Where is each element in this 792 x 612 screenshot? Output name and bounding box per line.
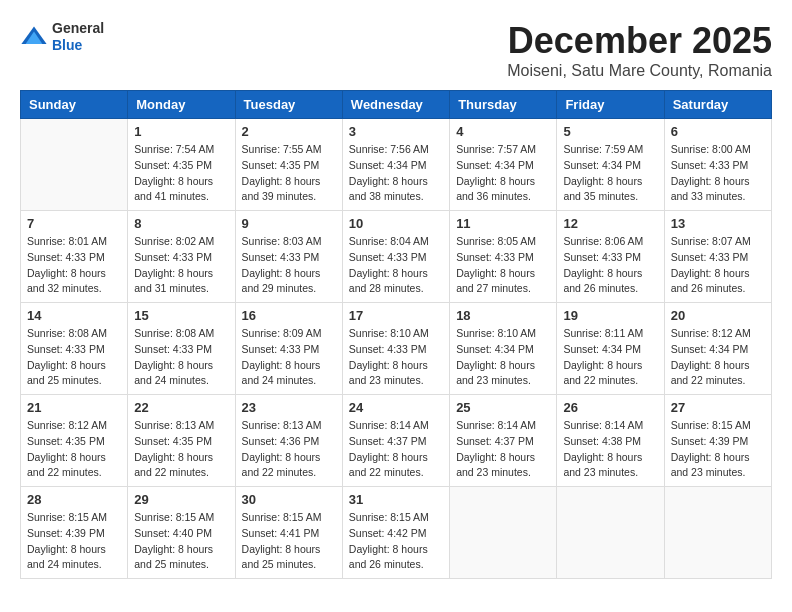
week-row-1: 1Sunrise: 7:54 AMSunset: 4:35 PMDaylight… [21, 119, 772, 211]
day-info: Sunrise: 8:06 AMSunset: 4:33 PMDaylight:… [563, 234, 657, 297]
title-area: December 2025 Moiseni, Satu Mare County,… [507, 20, 772, 80]
day-info: Sunrise: 8:15 AMSunset: 4:41 PMDaylight:… [242, 510, 336, 573]
day-info: Sunrise: 8:10 AMSunset: 4:33 PMDaylight:… [349, 326, 443, 389]
day-info: Sunrise: 8:10 AMSunset: 4:34 PMDaylight:… [456, 326, 550, 389]
day-number: 13 [671, 216, 765, 231]
week-row-5: 28Sunrise: 8:15 AMSunset: 4:39 PMDayligh… [21, 487, 772, 579]
day-info: Sunrise: 8:00 AMSunset: 4:33 PMDaylight:… [671, 142, 765, 205]
day-info: Sunrise: 8:12 AMSunset: 4:35 PMDaylight:… [27, 418, 121, 481]
day-info: Sunrise: 8:09 AMSunset: 4:33 PMDaylight:… [242, 326, 336, 389]
day-number: 26 [563, 400, 657, 415]
logo: General Blue [20, 20, 104, 54]
calendar-cell: 29Sunrise: 8:15 AMSunset: 4:40 PMDayligh… [128, 487, 235, 579]
day-info: Sunrise: 8:02 AMSunset: 4:33 PMDaylight:… [134, 234, 228, 297]
calendar-header-row: SundayMondayTuesdayWednesdayThursdayFrid… [21, 91, 772, 119]
calendar-cell: 25Sunrise: 8:14 AMSunset: 4:37 PMDayligh… [450, 395, 557, 487]
day-number: 23 [242, 400, 336, 415]
day-info: Sunrise: 7:55 AMSunset: 4:35 PMDaylight:… [242, 142, 336, 205]
day-info: Sunrise: 8:15 AMSunset: 4:40 PMDaylight:… [134, 510, 228, 573]
calendar-cell: 11Sunrise: 8:05 AMSunset: 4:33 PMDayligh… [450, 211, 557, 303]
day-info: Sunrise: 7:59 AMSunset: 4:34 PMDaylight:… [563, 142, 657, 205]
day-number: 28 [27, 492, 121, 507]
calendar-cell: 8Sunrise: 8:02 AMSunset: 4:33 PMDaylight… [128, 211, 235, 303]
day-info: Sunrise: 8:14 AMSunset: 4:37 PMDaylight:… [456, 418, 550, 481]
logo-icon [20, 23, 48, 51]
col-header-sunday: Sunday [21, 91, 128, 119]
day-info: Sunrise: 8:04 AMSunset: 4:33 PMDaylight:… [349, 234, 443, 297]
day-info: Sunrise: 8:15 AMSunset: 4:39 PMDaylight:… [671, 418, 765, 481]
calendar-cell: 13Sunrise: 8:07 AMSunset: 4:33 PMDayligh… [664, 211, 771, 303]
logo-general-text: General [52, 20, 104, 37]
logo-blue-text: Blue [52, 37, 104, 54]
week-row-3: 14Sunrise: 8:08 AMSunset: 4:33 PMDayligh… [21, 303, 772, 395]
day-info: Sunrise: 8:08 AMSunset: 4:33 PMDaylight:… [27, 326, 121, 389]
day-number: 10 [349, 216, 443, 231]
week-row-4: 21Sunrise: 8:12 AMSunset: 4:35 PMDayligh… [21, 395, 772, 487]
day-info: Sunrise: 8:14 AMSunset: 4:37 PMDaylight:… [349, 418, 443, 481]
calendar-table: SundayMondayTuesdayWednesdayThursdayFrid… [20, 90, 772, 579]
day-info: Sunrise: 7:54 AMSunset: 4:35 PMDaylight:… [134, 142, 228, 205]
calendar-cell: 3Sunrise: 7:56 AMSunset: 4:34 PMDaylight… [342, 119, 449, 211]
calendar-cell: 7Sunrise: 8:01 AMSunset: 4:33 PMDaylight… [21, 211, 128, 303]
day-number: 11 [456, 216, 550, 231]
calendar-cell [557, 487, 664, 579]
calendar-cell: 5Sunrise: 7:59 AMSunset: 4:34 PMDaylight… [557, 119, 664, 211]
calendar-cell: 14Sunrise: 8:08 AMSunset: 4:33 PMDayligh… [21, 303, 128, 395]
day-number: 29 [134, 492, 228, 507]
col-header-saturday: Saturday [664, 91, 771, 119]
col-header-friday: Friday [557, 91, 664, 119]
calendar-cell: 1Sunrise: 7:54 AMSunset: 4:35 PMDaylight… [128, 119, 235, 211]
day-number: 21 [27, 400, 121, 415]
day-number: 4 [456, 124, 550, 139]
day-number: 8 [134, 216, 228, 231]
calendar-cell: 19Sunrise: 8:11 AMSunset: 4:34 PMDayligh… [557, 303, 664, 395]
day-number: 30 [242, 492, 336, 507]
day-info: Sunrise: 8:08 AMSunset: 4:33 PMDaylight:… [134, 326, 228, 389]
calendar-cell: 20Sunrise: 8:12 AMSunset: 4:34 PMDayligh… [664, 303, 771, 395]
calendar-cell: 31Sunrise: 8:15 AMSunset: 4:42 PMDayligh… [342, 487, 449, 579]
location-title: Moiseni, Satu Mare County, Romania [507, 62, 772, 80]
calendar-cell: 4Sunrise: 7:57 AMSunset: 4:34 PMDaylight… [450, 119, 557, 211]
day-info: Sunrise: 8:15 AMSunset: 4:39 PMDaylight:… [27, 510, 121, 573]
calendar-cell: 18Sunrise: 8:10 AMSunset: 4:34 PMDayligh… [450, 303, 557, 395]
day-number: 31 [349, 492, 443, 507]
calendar-cell: 16Sunrise: 8:09 AMSunset: 4:33 PMDayligh… [235, 303, 342, 395]
day-number: 17 [349, 308, 443, 323]
calendar-cell: 23Sunrise: 8:13 AMSunset: 4:36 PMDayligh… [235, 395, 342, 487]
calendar-cell: 21Sunrise: 8:12 AMSunset: 4:35 PMDayligh… [21, 395, 128, 487]
month-title: December 2025 [507, 20, 772, 62]
day-number: 27 [671, 400, 765, 415]
calendar-cell: 28Sunrise: 8:15 AMSunset: 4:39 PMDayligh… [21, 487, 128, 579]
calendar-cell: 27Sunrise: 8:15 AMSunset: 4:39 PMDayligh… [664, 395, 771, 487]
day-number: 5 [563, 124, 657, 139]
day-info: Sunrise: 8:14 AMSunset: 4:38 PMDaylight:… [563, 418, 657, 481]
calendar-cell: 24Sunrise: 8:14 AMSunset: 4:37 PMDayligh… [342, 395, 449, 487]
day-number: 12 [563, 216, 657, 231]
day-number: 24 [349, 400, 443, 415]
day-info: Sunrise: 8:03 AMSunset: 4:33 PMDaylight:… [242, 234, 336, 297]
day-number: 20 [671, 308, 765, 323]
day-info: Sunrise: 8:13 AMSunset: 4:36 PMDaylight:… [242, 418, 336, 481]
calendar-cell: 30Sunrise: 8:15 AMSunset: 4:41 PMDayligh… [235, 487, 342, 579]
day-number: 6 [671, 124, 765, 139]
calendar-cell: 15Sunrise: 8:08 AMSunset: 4:33 PMDayligh… [128, 303, 235, 395]
day-info: Sunrise: 8:07 AMSunset: 4:33 PMDaylight:… [671, 234, 765, 297]
day-number: 22 [134, 400, 228, 415]
day-info: Sunrise: 8:13 AMSunset: 4:35 PMDaylight:… [134, 418, 228, 481]
header: General Blue December 2025 Moiseni, Satu… [20, 20, 772, 80]
day-number: 14 [27, 308, 121, 323]
calendar-cell: 12Sunrise: 8:06 AMSunset: 4:33 PMDayligh… [557, 211, 664, 303]
calendar-cell: 26Sunrise: 8:14 AMSunset: 4:38 PMDayligh… [557, 395, 664, 487]
day-number: 16 [242, 308, 336, 323]
calendar-cell [664, 487, 771, 579]
week-row-2: 7Sunrise: 8:01 AMSunset: 4:33 PMDaylight… [21, 211, 772, 303]
day-number: 1 [134, 124, 228, 139]
day-number: 25 [456, 400, 550, 415]
day-number: 2 [242, 124, 336, 139]
day-info: Sunrise: 7:57 AMSunset: 4:34 PMDaylight:… [456, 142, 550, 205]
calendar-cell: 17Sunrise: 8:10 AMSunset: 4:33 PMDayligh… [342, 303, 449, 395]
calendar-cell: 22Sunrise: 8:13 AMSunset: 4:35 PMDayligh… [128, 395, 235, 487]
calendar-cell [450, 487, 557, 579]
calendar-cell: 9Sunrise: 8:03 AMSunset: 4:33 PMDaylight… [235, 211, 342, 303]
day-number: 15 [134, 308, 228, 323]
